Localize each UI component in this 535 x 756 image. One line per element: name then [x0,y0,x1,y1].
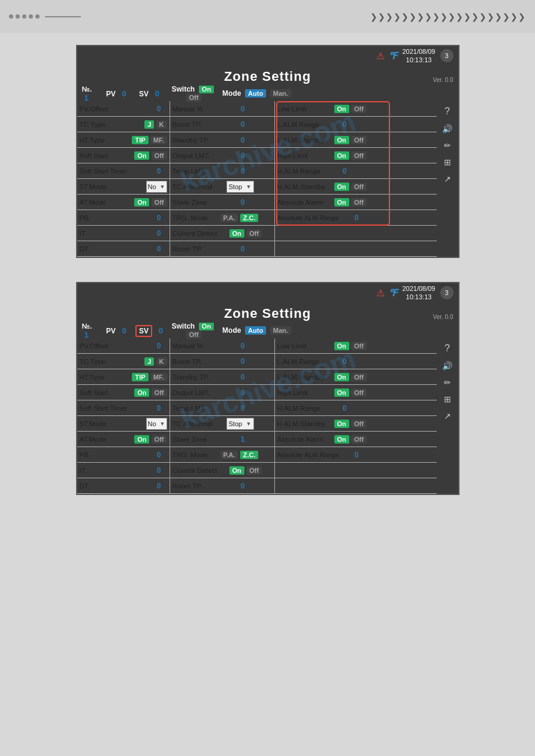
absalarm-on-btn-2[interactable]: On [334,435,349,444]
halmstandby-off-btn-2[interactable]: Off [351,420,367,428]
version-label-2: Ver. 0.0 [433,314,454,320]
softstart-on-btn-2[interactable]: On [134,388,149,397]
row2-templmt: Temp LMT. 0 [170,400,274,416]
softstart-on-btn[interactable]: On [134,151,149,160]
row-httype: HT.Type TIP MF. [77,132,170,148]
lowlimit-off-btn[interactable]: Off [351,105,367,113]
edit-button[interactable]: ✏ [444,141,451,150]
export-button-2[interactable]: ↗ [444,411,451,421]
currentdetect-off-btn-2[interactable]: Off [246,466,262,475]
softstart-off-btn-2[interactable]: Off [152,388,167,397]
col-mode-2: Mode Auto Man. [221,326,293,335]
edit-button-2[interactable]: ✏ [444,378,451,387]
row-templmt: Temp LMT. 0 [170,163,274,179]
row2-atmode: AT.Mode On Off [77,432,170,447]
arrow-decoration: ❯❯❯❯❯❯❯❯❯❯❯❯❯❯❯❯❯❯❯❯ [370,12,526,22]
atmode-off-btn[interactable]: Off [152,198,167,207]
row-slavezone: Slave Zone 0 [170,195,274,210]
halmstandby-on-btn-2[interactable]: On [334,420,349,428]
atmode-on-btn-2[interactable]: On [134,435,149,444]
lalmstandby-off-btn[interactable]: Off [351,136,367,144]
sound-button[interactable]: 🔊 [442,124,452,133]
lalmstandby-off-btn-2[interactable]: Off [351,373,367,381]
row2-lalmstandby: L.ALM.Standby On Off [275,369,437,385]
tc-k-btn-2[interactable]: K [156,357,167,366]
tcabnormal-dropdown-2[interactable]: Stop ▼ [226,418,254,430]
side-buttons-1: ? 🔊 ✏ ⊞ ↗ [437,101,458,257]
lalmstandby-on-btn-2[interactable]: On [334,373,349,381]
switch-off-btn[interactable]: Off [186,93,202,102]
help-button-2[interactable]: ? [445,343,450,354]
absalarm-off-btn-2[interactable]: Off [351,435,367,444]
panel-2-content: PV.Offset 0 TC.Type J K HT.Type TIP MF. … [77,338,458,494]
mode-man-btn-2[interactable]: Man. [270,326,291,335]
panel-1-title-bar: Zone Setting Ver. 0.0 [77,65,458,86]
atmode-on-btn[interactable]: On [134,198,149,207]
row-dt: DT. 0 [77,241,170,257]
highlimit-on-btn[interactable]: On [334,151,349,160]
col-switch-2: Switch On Off [167,322,221,339]
panels-container: karchive.com ⚠ ℉ 2021/08/09 10:13:13 3 Z… [0,33,535,531]
atmode-off-btn-2[interactable]: Off [152,435,167,444]
ht-tip-btn[interactable]: TIP [132,136,148,144]
col-sv: SV 0 [134,89,167,98]
currentdetect-on-btn-2[interactable]: On [229,466,244,475]
highlimit-on-btn-2[interactable]: On [334,388,349,397]
col-switch: Switch On Off [167,85,221,102]
lowlimit-on-btn[interactable]: On [334,105,349,113]
row-tctype: TC.Type J K [77,117,170,132]
row2-empty1 [275,463,437,478]
row2-lalmrange: L.ALM.Range 0 [275,354,437,369]
row-lowlimit: Low Limit On Off [275,101,437,117]
mode-auto-btn[interactable]: Auto [245,89,266,98]
stmode-dropdown-2[interactable]: No ▼ [146,418,167,430]
row2-tctype: TC.Type J K [77,354,170,369]
panel-1-title: Zone Setting [224,69,311,84]
tc-j-btn-2[interactable]: J [144,357,154,366]
stmode-dropdown[interactable]: No ▼ [146,181,167,193]
panel-2: karchive.com ⚠ ℉ 2021/08/09 10:13:13 3 Z… [76,282,460,495]
tc-j-btn[interactable]: J [144,120,154,129]
trg-zc-btn[interactable]: Z.C. [240,214,259,222]
trg-zc-btn-2[interactable]: Z.C. [240,451,259,459]
trg-pa-btn-2[interactable]: P.A. [220,451,238,459]
col-pv: PV 0 [101,89,134,98]
lalmstandby-on-btn[interactable]: On [334,136,349,144]
sound-button-2[interactable]: 🔊 [442,361,452,371]
calc-button[interactable]: ⊞ [444,157,451,167]
mode-man-btn[interactable]: Man. [270,89,291,98]
currentdetect-on-btn[interactable]: On [229,229,244,238]
ht-mf-btn-2[interactable]: MF. [150,373,167,381]
datetime-display: 2021/08/09 10:13:13 [402,47,435,65]
ht-mf-btn[interactable]: MF. [150,136,167,144]
row2-pvoffset: PV.Offset 0 [77,338,170,354]
lowlimit-on-btn-2[interactable]: On [334,342,349,350]
row-pvoffset: PV.Offset 0 [77,101,170,117]
absalarm-off-btn[interactable]: Off [351,198,367,207]
row-lalmrange: L.ALM.Range 0 [275,117,437,132]
mode-auto-btn-2[interactable]: Auto [245,326,266,335]
col-pv-2: PV 0 [101,326,134,335]
row2-tcabnormal: TC Abnormal Stop ▼ [170,416,274,432]
lowlimit-off-btn-2[interactable]: Off [351,342,367,350]
switch-on-btn-2[interactable]: On [199,322,214,330]
halmstandby-off-btn[interactable]: Off [351,183,367,191]
currentdetect-off-btn[interactable]: Off [246,229,262,238]
col-header-row: №. 1 PV 0 SV 0 Switch On Off Mode Auto M… [77,86,458,101]
calc-button-2[interactable]: ⊞ [444,394,451,404]
help-button[interactable]: ? [445,106,450,117]
ht-tip-btn-2[interactable]: TIP [132,373,148,381]
halmstandby-on-btn[interactable]: On [334,183,349,191]
highlimit-off-btn-2[interactable]: Off [351,388,367,397]
tcabnormal-dropdown[interactable]: Stop ▼ [226,181,254,193]
tc-k-btn[interactable]: K [156,120,167,129]
absalarm-on-btn[interactable]: On [334,198,349,207]
highlimit-off-btn[interactable]: Off [351,151,367,160]
softstart-off-btn[interactable]: Off [152,151,167,160]
switch-off-btn-2[interactable]: Off [186,330,202,339]
row-trgmode: TRG. Mode P.A. Z.C. [170,210,274,226]
trg-pa-btn[interactable]: P.A. [220,214,238,222]
fahrenheit-icon-2: ℉ [388,287,397,299]
export-button[interactable]: ↗ [444,174,451,184]
switch-on-btn[interactable]: On [199,85,214,93]
